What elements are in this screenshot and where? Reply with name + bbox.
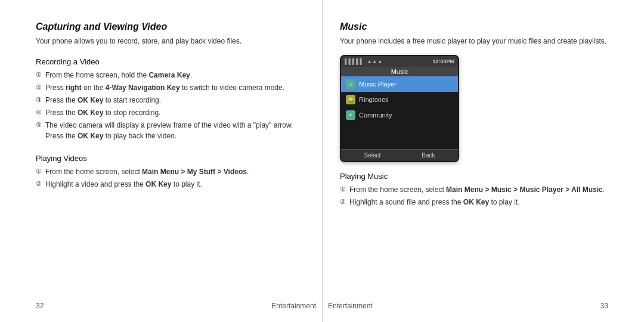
playing-videos-title: Playing Videos bbox=[36, 154, 304, 163]
playing-videos-steps: ①From the home screen, select Main Menu … bbox=[36, 166, 304, 191]
phone-screen: ♪ Music Player 🔔 Ringtones ✦ Community bbox=[341, 76, 458, 149]
playing-music-title: Playing Music bbox=[340, 172, 608, 181]
step-2: ②Press right on the 4-Way Navigation Key… bbox=[36, 82, 304, 93]
community-icon: ✦ bbox=[346, 110, 355, 120]
column-divider bbox=[322, 0, 323, 322]
phone-softkeys: Select Back bbox=[341, 149, 458, 161]
softkey-select[interactable]: Select bbox=[364, 152, 380, 159]
playing-music-steps: ①From the home screen, select Main Menu … bbox=[340, 184, 608, 209]
right-section-desc: Your phone includes a free music player … bbox=[340, 36, 608, 47]
play-step-1: ①From the home screen, select Main Menu … bbox=[36, 166, 304, 177]
phone-menu-community[interactable]: ✦ Community bbox=[341, 107, 458, 123]
phone-menu-ringtones[interactable]: 🔔 Ringtones bbox=[341, 92, 458, 107]
left-section-title: Capturing and Viewing Video bbox=[36, 21, 304, 32]
music-step-2: ②Highlight a sound file and press the OK… bbox=[340, 197, 608, 208]
footer: 32 Entertainment Entertainment 33 bbox=[0, 302, 644, 310]
left-section-desc: Your phone allows you to record, store, … bbox=[36, 36, 304, 47]
left-column: Capturing and Viewing Video Your phone a… bbox=[36, 21, 304, 301]
ringtones-icon: 🔔 bbox=[346, 95, 355, 104]
step-1: ①From the home screen, hold the Camera K… bbox=[36, 70, 304, 80]
ringtones-label: Ringtones bbox=[359, 96, 389, 103]
recording-steps: ①From the home screen, hold the Camera K… bbox=[36, 70, 304, 143]
page-number-right: 33 bbox=[600, 302, 608, 310]
step-3: ③Press the OK Key to start recording. bbox=[36, 95, 304, 106]
phone-menu-music-player[interactable]: ♪ Music Player bbox=[341, 76, 458, 92]
phone-mockup: ▌▌▌▌▌ ▲▲▲ 12:00PM Music ♪ Music Player 🔔… bbox=[340, 55, 459, 162]
carrier-icon: ▲▲▲ bbox=[367, 58, 383, 64]
music-player-label: Music Player bbox=[359, 80, 397, 88]
right-column: Music Your phone includes a free music p… bbox=[340, 21, 608, 301]
page-number-left: 32 bbox=[36, 302, 44, 310]
phone-screen-title: Music bbox=[341, 67, 458, 76]
signal-icons: ▌▌▌▌▌ ▲▲▲ bbox=[345, 58, 383, 64]
music-player-icon: ♪ bbox=[346, 79, 355, 89]
step-4: ④Press the OK Key to stop recording. bbox=[36, 107, 304, 118]
phone-status-bar: ▌▌▌▌▌ ▲▲▲ 12:00PM bbox=[341, 56, 458, 67]
signal-strength: ▌▌▌▌▌ bbox=[345, 58, 364, 64]
play-step-2: ②Highlight a video and press the OK Key … bbox=[36, 179, 304, 190]
step-5: ⑤The video camera will display a preview… bbox=[36, 120, 304, 141]
category-left: Entertainment bbox=[271, 302, 322, 310]
right-section-title: Music bbox=[340, 21, 608, 32]
music-step-1: ①From the home screen, select Main Menu … bbox=[340, 184, 608, 195]
category-right: Entertainment bbox=[322, 302, 373, 310]
recording-title: Recording a Video bbox=[36, 57, 304, 66]
community-label: Community bbox=[359, 112, 392, 119]
softkey-back[interactable]: Back bbox=[422, 152, 435, 159]
phone-time: 12:00PM bbox=[432, 58, 454, 64]
